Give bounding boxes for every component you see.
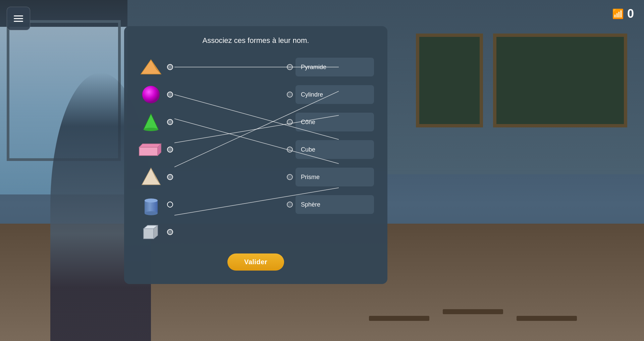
score-value: 0 — [627, 7, 634, 21]
desk — [517, 316, 577, 321]
connector-dot-cone[interactable] — [167, 119, 173, 125]
connector-dot-pyramid-orange[interactable] — [167, 64, 173, 70]
desk — [369, 316, 429, 321]
connector-dot-cylinder[interactable] — [167, 202, 173, 208]
connector-dot-label-sphere[interactable] — [287, 202, 293, 208]
label-row-prisme: Prisme — [287, 165, 374, 189]
svg-rect-7 — [139, 147, 158, 156]
connector-dot-label-cylindre[interactable] — [287, 92, 293, 98]
connector-dot-cube[interactable] — [167, 229, 173, 235]
shapes-column — [138, 55, 178, 244]
shape-image-sphere — [138, 84, 164, 105]
connector-dot-prism-pink[interactable] — [167, 147, 173, 153]
hamburger-icon — [14, 15, 23, 22]
connector-dot-sphere[interactable] — [167, 92, 173, 98]
modal-panel: Associez ces formes à leur nom. — [124, 26, 387, 284]
shape-image-pyramid-orange — [138, 57, 164, 77]
shape-image-cone — [138, 112, 164, 132]
connector-dot-label-pyramide[interactable] — [287, 64, 293, 70]
label-row-sphere: Sphère — [287, 192, 374, 217]
shape-row-pyramid-orange — [138, 55, 178, 79]
shape-image-pyramid-light — [138, 167, 164, 187]
connector-dot-label-prisme[interactable] — [287, 174, 293, 180]
connector-dot-pyramid-light[interactable] — [167, 174, 173, 180]
modal-title: Associez ces formes à leur nom. — [138, 36, 374, 45]
svg-marker-0 — [141, 60, 161, 74]
shape-image-prism-pink — [138, 139, 164, 160]
hamburger-line-1 — [14, 15, 23, 16]
shape-image-cylinder — [138, 194, 164, 215]
bg-blackboard-small — [416, 34, 483, 127]
validate-button[interactable]: Valider — [227, 253, 284, 271]
svg-point-15 — [145, 211, 158, 215]
svg-point-14 — [145, 198, 158, 203]
label-box-cylindre[interactable]: Cylindre — [296, 85, 374, 104]
bg-blackboard-large — [493, 34, 627, 127]
hamburger-line-2 — [14, 18, 23, 19]
shape-image-cube — [138, 222, 164, 242]
shape-row-prism-pink — [138, 137, 178, 162]
connector-dot-label-cube[interactable] — [287, 147, 293, 153]
label-row-cone: Cône — [287, 110, 374, 134]
svg-marker-8 — [139, 144, 161, 147]
label-box-cone[interactable]: Cône — [296, 113, 374, 131]
svg-rect-16 — [144, 229, 154, 239]
label-box-sphere[interactable]: Sphère — [296, 195, 374, 214]
svg-marker-5 — [144, 114, 158, 129]
connector-dot-label-cone[interactable] — [287, 119, 293, 125]
svg-marker-10 — [142, 168, 160, 185]
label-row-pyramide: Pyramide — [287, 55, 374, 79]
svg-point-4 — [142, 86, 160, 103]
shape-row-cube — [138, 220, 178, 244]
menu-button[interactable] — [7, 7, 30, 30]
label-box-pyramide[interactable]: Pyramide — [296, 58, 374, 76]
shape-row-cylinder — [138, 192, 178, 217]
score-area: 📶 0 — [612, 7, 634, 21]
hamburger-line-3 — [14, 21, 23, 22]
labels-column: Pyramide Cylindre Cône Cube — [287, 55, 374, 244]
shape-row-cone — [138, 110, 178, 134]
label-box-cube[interactable]: Cube — [296, 140, 374, 159]
label-row-cylindre: Cylindre — [287, 82, 374, 107]
svg-point-6 — [144, 128, 158, 131]
shape-row-sphere — [138, 82, 178, 107]
score-icon: 📶 — [612, 8, 624, 19]
matching-area: Pyramide Cylindre Cône Cube — [138, 55, 374, 244]
label-row-cube: Cube — [287, 137, 374, 162]
shape-row-pyramid-light — [138, 165, 178, 189]
label-box-prisme[interactable]: Prisme — [296, 168, 374, 186]
desk — [443, 309, 503, 314]
